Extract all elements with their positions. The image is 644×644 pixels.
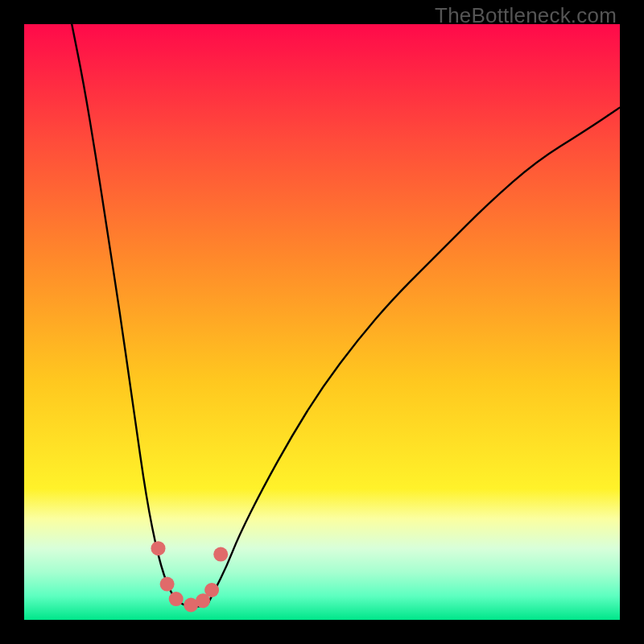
data-marker xyxy=(151,541,166,555)
plot-frame xyxy=(24,24,620,620)
data-marker xyxy=(213,547,228,562)
chart-background xyxy=(24,24,620,620)
data-marker xyxy=(204,583,219,597)
chart-svg xyxy=(24,24,620,620)
data-marker xyxy=(160,577,175,592)
data-marker xyxy=(169,592,184,606)
